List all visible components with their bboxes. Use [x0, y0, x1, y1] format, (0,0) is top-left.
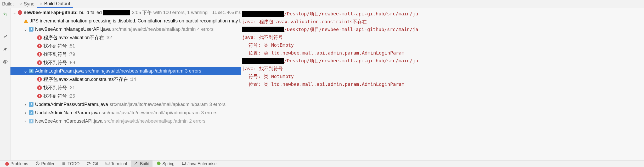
console-line: /Desktop/项目/newbee-mall-api-github/src/m… — [242, 57, 643, 65]
build-with: with 100 errors, 1 warning — [153, 10, 207, 15]
svg-rect-20 — [106, 162, 109, 165]
status-spring[interactable]: Spring — [154, 160, 178, 167]
error-icon: ! — [18, 10, 22, 15]
build-status: build failed — [79, 10, 102, 15]
error-line: :51 — [69, 43, 75, 49]
svg-text:J: J — [30, 103, 32, 106]
build-time: 3:05 下午 — [132, 9, 152, 16]
chevron-down-icon[interactable]: ⌄ — [13, 10, 16, 15]
tree-error[interactable]: ! 找不到符号 :79 — [10, 50, 241, 58]
tab-build-output[interactable]: ✕ Build Output — [37, 0, 73, 8]
error-line: :32 — [105, 35, 112, 40]
terminal-icon — [105, 161, 110, 166]
file-path: src/main/java/ltd/newbee/mall/api/admin/… — [85, 68, 183, 74]
tree-file[interactable]: › J UpdateAdminNameParam.java src/main/j… — [10, 109, 241, 117]
tree-file[interactable]: ⌄ J NewBeeAdminManageUserAPI.java src/ma… — [10, 25, 241, 33]
error-msg: 找不到符号 — [43, 43, 67, 49]
error-line: :14 — [129, 77, 136, 82]
java-file-icon: J — [29, 102, 33, 107]
eye-icon[interactable] — [3, 59, 8, 66]
main-area: ⌄ ! newbee-mall-api-github: build failed… — [0, 8, 644, 160]
warning-text: JPS incremental annotation processing is… — [30, 18, 241, 24]
console-line: 位置: 类 ltd.newbee.mall.api.admin.param.Ad… — [242, 49, 643, 57]
build-tree: ⌄ ! newbee-mall-api-github: build failed… — [10, 8, 241, 160]
file-path: src/main/java/ltd/newbee/mall/api/admin — [104, 118, 188, 124]
error-msg: 找不到符号 — [43, 59, 67, 66]
error-line: :89 — [69, 60, 75, 65]
build-console[interactable]: /Desktop/项目/newbee-mall-api-github/src/m… — [241, 8, 644, 160]
close-icon[interactable]: ✕ — [19, 2, 22, 6]
console-line: 符号: 类 NotEmpty — [242, 41, 643, 49]
tab-sync[interactable]: ✕ Sync — [16, 0, 37, 8]
chevron-down-icon[interactable]: ⌄ — [24, 26, 27, 32]
error-icon: ! — [37, 52, 42, 57]
profiler-icon — [36, 161, 40, 166]
status-problems[interactable]: ! Problems — [2, 160, 31, 167]
console-line: java: 找不到符号 — [242, 33, 643, 41]
error-line: :21 — [69, 85, 75, 91]
left-gutter — [0, 8, 10, 160]
status-javaee[interactable]: Java Enterprise — [179, 160, 220, 167]
file-errcount: 3 errors — [209, 102, 225, 107]
file-path: src/main/java/ltd/newbee/mall/api/admin/… — [101, 110, 200, 116]
svg-rect-22 — [182, 162, 185, 164]
tree-error[interactable]: ! 程序包javax.validation不存在 :32 — [10, 33, 241, 42]
tree-root[interactable]: ⌄ ! newbee-mall-api-github: build failed… — [10, 8, 241, 17]
console-line: 符号: 类 NotEmpty — [242, 73, 643, 80]
tree-error[interactable]: ! 找不到符号 :25 — [10, 92, 241, 100]
error-line: :79 — [69, 52, 75, 57]
build-label: Build: — [2, 1, 14, 7]
status-profiler[interactable]: Profiler — [32, 160, 58, 167]
svg-point-17 — [88, 162, 88, 163]
console-line: 位置: 类 ltd.newbee.mall.api.admin.param.Ad… — [242, 80, 643, 88]
status-git[interactable]: Git — [84, 160, 101, 167]
chevron-right-icon[interactable]: › — [24, 110, 27, 116]
javaee-icon — [182, 161, 186, 166]
todo-icon — [62, 161, 66, 166]
file-name: UpdateAdminNameParam.java — [35, 110, 100, 116]
error-icon: ! — [37, 60, 42, 65]
build-topbar: Build: ✕ Sync ✕ Build Output — [0, 0, 644, 8]
status-label: Terminal — [111, 162, 127, 166]
svg-rect-1 — [26, 20, 26, 22]
chevron-down-icon[interactable]: ⌄ — [24, 68, 27, 74]
tab-label: Build Output — [44, 1, 70, 7]
file-errcount: 3 errors — [185, 68, 201, 74]
tree-file[interactable]: ⌄ J AdminLoginParam.java src/main/java/l… — [10, 67, 241, 75]
error-icon: ! — [37, 35, 42, 40]
file-name: UpdateAdminPasswordParam.java — [35, 102, 108, 107]
tree-warning[interactable]: JPS incremental annotation processing is… — [10, 17, 241, 25]
tree-error[interactable]: ! 找不到符号 :21 — [10, 84, 241, 92]
tree-error[interactable]: ! 程序包javax.validation.constraints不存在 :14 — [10, 75, 241, 84]
chevron-right-icon[interactable]: › — [24, 102, 27, 107]
chevron-right-icon[interactable]: › — [24, 118, 27, 124]
project-name: newbee-mall-api-github: — [24, 10, 78, 15]
wrench-icon[interactable] — [3, 34, 8, 40]
error-line: :25 — [69, 93, 75, 99]
error-icon: ! — [37, 85, 42, 90]
tab-label: Sync — [24, 1, 34, 7]
tree-error[interactable]: ! 找不到符号 :89 — [10, 58, 241, 67]
svg-text:J: J — [30, 120, 32, 123]
status-terminal[interactable]: Terminal — [102, 160, 130, 167]
rerun-icon[interactable] — [3, 12, 8, 18]
file-path: src/main/java/ltd/newbee/mall/api/admin — [112, 27, 196, 32]
svg-point-0 — [4, 61, 6, 63]
tree-error[interactable]: ! 找不到符号 :51 — [10, 42, 241, 50]
file-errcount: 4 errors — [197, 27, 213, 32]
status-label: Profiler — [41, 162, 55, 166]
error-icon: ! — [37, 94, 42, 98]
tree-file[interactable]: › J UpdateAdminPasswordParam.java src/ma… — [10, 100, 241, 109]
error-icon: ! — [37, 77, 42, 82]
status-todo[interactable]: TODO — [59, 160, 83, 167]
tree-file[interactable]: › J NewBeeAdminCarouselAPI.java src/main… — [10, 117, 241, 125]
spring-icon — [157, 161, 161, 166]
build-duration: 11 sec, 465 ms — [212, 10, 241, 15]
pin-icon[interactable] — [3, 47, 7, 52]
error-msg: 找不到符号 — [43, 51, 67, 57]
error-icon: ! — [37, 44, 42, 48]
status-build[interactable]: Build — [131, 160, 152, 167]
error-msg: 找不到符号 — [43, 93, 67, 99]
close-icon[interactable]: ✕ — [39, 2, 43, 6]
statusbar: ! Problems Profiler TODO Git Terminal Bu… — [0, 160, 644, 167]
